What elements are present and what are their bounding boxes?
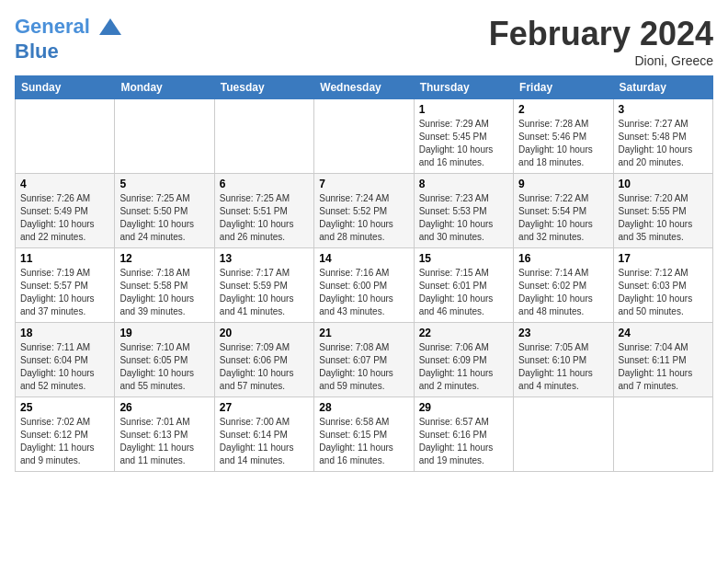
calendar-cell: 23Sunrise: 7:05 AMSunset: 6:10 PMDayligh… bbox=[514, 323, 613, 397]
col-header-thursday: Thursday bbox=[414, 76, 513, 99]
day-info: Sunrise: 7:11 AMSunset: 6:04 PMDaylight:… bbox=[20, 341, 109, 393]
calendar-cell: 22Sunrise: 7:06 AMSunset: 6:09 PMDayligh… bbox=[414, 323, 513, 397]
calendar-cell: 21Sunrise: 7:08 AMSunset: 6:07 PMDayligh… bbox=[314, 323, 414, 397]
calendar-cell: 20Sunrise: 7:09 AMSunset: 6:06 PMDayligh… bbox=[214, 323, 313, 397]
day-number: 14 bbox=[319, 252, 408, 265]
calendar-cell: 13Sunrise: 7:17 AMSunset: 5:59 PMDayligh… bbox=[214, 248, 313, 323]
logo-icon bbox=[97, 15, 123, 40]
calendar-cell: 28Sunrise: 6:58 AMSunset: 6:15 PMDayligh… bbox=[314, 397, 414, 472]
calendar-cell: 12Sunrise: 7:18 AMSunset: 5:58 PMDayligh… bbox=[115, 248, 214, 323]
calendar-cell: 16Sunrise: 7:14 AMSunset: 6:02 PMDayligh… bbox=[514, 248, 613, 323]
title-block: February 2024 Dioni, Greece bbox=[489, 15, 713, 68]
day-info: Sunrise: 7:25 AMSunset: 5:51 PMDaylight:… bbox=[220, 192, 309, 244]
day-number: 28 bbox=[319, 401, 408, 414]
col-header-tuesday: Tuesday bbox=[214, 76, 313, 99]
day-info: Sunrise: 7:08 AMSunset: 6:07 PMDaylight:… bbox=[319, 341, 408, 393]
calendar-cell bbox=[613, 397, 712, 472]
day-number: 26 bbox=[119, 401, 209, 414]
calendar-cell bbox=[314, 99, 414, 174]
logo-text: General bbox=[15, 15, 123, 40]
day-info: Sunrise: 6:57 AMSunset: 6:16 PMDaylight:… bbox=[419, 416, 508, 467]
day-info: Sunrise: 7:17 AMSunset: 5:59 PMDaylight:… bbox=[220, 267, 309, 318]
calendar-table: SundayMondayTuesdayWednesdayThursdayFrid… bbox=[15, 75, 713, 472]
calendar-cell: 8Sunrise: 7:23 AMSunset: 5:53 PMDaylight… bbox=[414, 174, 513, 248]
day-number: 12 bbox=[119, 252, 209, 265]
day-info: Sunrise: 7:19 AMSunset: 5:57 PMDaylight:… bbox=[20, 267, 109, 318]
calendar-cell: 29Sunrise: 6:57 AMSunset: 6:16 PMDayligh… bbox=[414, 397, 513, 472]
day-number: 13 bbox=[220, 252, 309, 265]
col-header-saturday: Saturday bbox=[613, 76, 712, 99]
day-number: 10 bbox=[619, 178, 708, 190]
day-info: Sunrise: 7:27 AMSunset: 5:48 PMDaylight:… bbox=[619, 118, 708, 169]
calendar-cell bbox=[115, 99, 214, 174]
day-number: 11 bbox=[20, 252, 109, 265]
day-info: Sunrise: 7:06 AMSunset: 6:09 PMDaylight:… bbox=[419, 341, 508, 393]
day-number: 15 bbox=[419, 252, 508, 265]
day-info: Sunrise: 7:23 AMSunset: 5:53 PMDaylight:… bbox=[419, 192, 508, 244]
calendar-cell: 2Sunrise: 7:28 AMSunset: 5:46 PMDaylight… bbox=[514, 99, 613, 174]
day-info: Sunrise: 7:00 AMSunset: 6:14 PMDaylight:… bbox=[220, 416, 309, 467]
day-number: 16 bbox=[518, 252, 608, 265]
day-info: Sunrise: 7:20 AMSunset: 5:55 PMDaylight:… bbox=[619, 192, 708, 244]
calendar-cell: 15Sunrise: 7:15 AMSunset: 6:01 PMDayligh… bbox=[414, 248, 513, 323]
day-info: Sunrise: 7:16 AMSunset: 6:00 PMDaylight:… bbox=[319, 267, 408, 318]
col-header-wednesday: Wednesday bbox=[314, 76, 414, 99]
calendar-cell: 11Sunrise: 7:19 AMSunset: 5:57 PMDayligh… bbox=[16, 248, 115, 323]
day-number: 6 bbox=[220, 178, 309, 190]
day-info: Sunrise: 7:25 AMSunset: 5:50 PMDaylight:… bbox=[119, 192, 209, 244]
calendar-cell bbox=[514, 397, 613, 472]
col-header-monday: Monday bbox=[115, 76, 214, 99]
day-info: Sunrise: 7:09 AMSunset: 6:06 PMDaylight:… bbox=[220, 341, 309, 393]
day-info: Sunrise: 6:58 AMSunset: 6:15 PMDaylight:… bbox=[319, 416, 408, 467]
day-info: Sunrise: 7:28 AMSunset: 5:46 PMDaylight:… bbox=[518, 118, 608, 169]
col-header-sunday: Sunday bbox=[16, 76, 115, 99]
day-info: Sunrise: 7:18 AMSunset: 5:58 PMDaylight:… bbox=[119, 267, 209, 318]
day-number: 20 bbox=[220, 327, 309, 339]
logo: General Blue bbox=[15, 15, 123, 63]
svg-marker-0 bbox=[99, 18, 121, 35]
day-number: 25 bbox=[20, 401, 109, 414]
calendar-cell: 17Sunrise: 7:12 AMSunset: 6:03 PMDayligh… bbox=[613, 248, 712, 323]
calendar-cell: 14Sunrise: 7:16 AMSunset: 6:00 PMDayligh… bbox=[314, 248, 414, 323]
calendar-cell: 9Sunrise: 7:22 AMSunset: 5:54 PMDaylight… bbox=[514, 174, 613, 248]
col-header-friday: Friday bbox=[514, 76, 613, 99]
calendar-cell: 6Sunrise: 7:25 AMSunset: 5:51 PMDaylight… bbox=[214, 174, 313, 248]
day-number: 17 bbox=[619, 252, 708, 265]
day-number: 19 bbox=[119, 327, 209, 339]
day-info: Sunrise: 7:29 AMSunset: 5:45 PMDaylight:… bbox=[419, 118, 508, 169]
calendar-cell: 19Sunrise: 7:10 AMSunset: 6:05 PMDayligh… bbox=[115, 323, 214, 397]
day-info: Sunrise: 7:14 AMSunset: 6:02 PMDaylight:… bbox=[518, 267, 608, 318]
day-info: Sunrise: 7:05 AMSunset: 6:10 PMDaylight:… bbox=[518, 341, 608, 393]
calendar-cell: 1Sunrise: 7:29 AMSunset: 5:45 PMDaylight… bbox=[414, 99, 513, 174]
day-number: 7 bbox=[319, 178, 408, 190]
day-number: 5 bbox=[119, 178, 209, 190]
day-info: Sunrise: 7:04 AMSunset: 6:11 PMDaylight:… bbox=[619, 341, 708, 393]
day-info: Sunrise: 7:12 AMSunset: 6:03 PMDaylight:… bbox=[619, 267, 708, 318]
day-number: 9 bbox=[518, 178, 608, 190]
day-number: 2 bbox=[518, 103, 608, 116]
day-info: Sunrise: 7:02 AMSunset: 6:12 PMDaylight:… bbox=[20, 416, 109, 467]
day-info: Sunrise: 7:15 AMSunset: 6:01 PMDaylight:… bbox=[419, 267, 508, 318]
calendar-cell: 25Sunrise: 7:02 AMSunset: 6:12 PMDayligh… bbox=[16, 397, 115, 472]
day-number: 29 bbox=[419, 401, 508, 414]
calendar-cell bbox=[16, 99, 115, 174]
day-number: 18 bbox=[20, 327, 109, 339]
calendar-cell: 4Sunrise: 7:26 AMSunset: 5:49 PMDaylight… bbox=[16, 174, 115, 248]
subtitle: Dioni, Greece bbox=[489, 53, 713, 68]
month-title: February 2024 bbox=[489, 15, 713, 53]
day-number: 21 bbox=[319, 327, 408, 339]
day-info: Sunrise: 7:10 AMSunset: 6:05 PMDaylight:… bbox=[119, 341, 209, 393]
calendar-cell: 7Sunrise: 7:24 AMSunset: 5:52 PMDaylight… bbox=[314, 174, 414, 248]
calendar-cell: 3Sunrise: 7:27 AMSunset: 5:48 PMDaylight… bbox=[613, 99, 712, 174]
day-info: Sunrise: 7:01 AMSunset: 6:13 PMDaylight:… bbox=[119, 416, 209, 467]
day-number: 4 bbox=[20, 178, 109, 190]
day-number: 23 bbox=[518, 327, 608, 339]
day-number: 22 bbox=[419, 327, 508, 339]
calendar-cell: 24Sunrise: 7:04 AMSunset: 6:11 PMDayligh… bbox=[613, 323, 712, 397]
calendar-cell: 10Sunrise: 7:20 AMSunset: 5:55 PMDayligh… bbox=[613, 174, 712, 248]
logo-blue: Blue bbox=[15, 40, 123, 63]
day-info: Sunrise: 7:24 AMSunset: 5:52 PMDaylight:… bbox=[319, 192, 408, 244]
calendar-cell: 5Sunrise: 7:25 AMSunset: 5:50 PMDaylight… bbox=[115, 174, 214, 248]
calendar-cell bbox=[214, 99, 313, 174]
day-info: Sunrise: 7:22 AMSunset: 5:54 PMDaylight:… bbox=[518, 192, 608, 244]
